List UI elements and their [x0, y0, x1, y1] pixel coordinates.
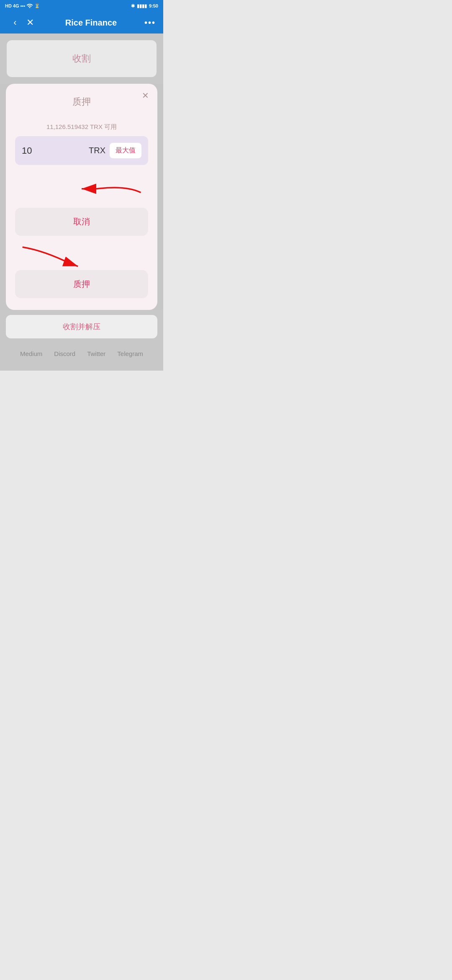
footer-telegram[interactable]: Telegram	[117, 350, 143, 357]
network-indicator: HD 4G	[5, 3, 19, 8]
status-left: HD 4G ▪▪▪ ⏳	[5, 3, 40, 9]
status-right: ✱ ▮▮▮▮ 9:50	[131, 3, 158, 9]
harvest-decompress-card[interactable]: 收割并解压	[6, 315, 157, 338]
currency-label: TRX	[89, 146, 105, 155]
hourglass-icon: ⏳	[34, 3, 40, 9]
page-title: Rice Finance	[38, 18, 144, 28]
more-button[interactable]: •••	[144, 18, 156, 28]
harvest-decompress-text: 收割并解压	[63, 322, 100, 332]
pledge-modal: ✕ 质押 11,126.519432 TRX 可用 10 TRX 最大值 取消	[6, 84, 157, 310]
amount-input-container: 10 TRX 最大值	[15, 136, 148, 165]
footer-links: Medium Discord Twitter Telegram	[20, 347, 143, 366]
footer-twitter[interactable]: Twitter	[87, 350, 105, 357]
status-bar: HD 4G ▪▪▪ ⏳ ✱ ▮▮▮▮ 9:50	[0, 0, 163, 12]
pledge-button[interactable]: 质押	[15, 270, 148, 298]
app-header: ‹ ✕ Rice Finance •••	[0, 12, 163, 34]
modal-overlay: ✕ 质押 11,126.519432 TRX 可用 10 TRX 最大值 取消	[0, 84, 163, 371]
modal-title: 质押	[15, 95, 148, 108]
harvest-bg-card: 收割	[7, 40, 157, 77]
battery-icon: ▮▮▮▮	[137, 3, 147, 9]
bottom-content: 收割并解压 Medium Discord Twitter Telegram	[0, 310, 163, 371]
available-balance: 11,126.519432 TRX 可用	[15, 123, 148, 131]
time-display: 9:50	[149, 3, 158, 8]
modal-close-button[interactable]: ✕	[142, 90, 149, 101]
arrow-annotation-2	[15, 242, 148, 271]
harvest-bg-text: 收割	[72, 52, 91, 65]
cancel-button[interactable]: 取消	[15, 208, 148, 236]
close-button[interactable]: ✕	[23, 17, 38, 28]
back-button[interactable]: ‹	[8, 17, 23, 28]
amount-input[interactable]: 10	[22, 145, 89, 156]
footer-discord[interactable]: Discord	[54, 350, 75, 357]
bluetooth-icon: ✱	[131, 3, 135, 9]
arrow-annotation-1	[15, 168, 148, 202]
wifi-icon	[26, 3, 33, 9]
background-content: 收割	[0, 34, 163, 84]
max-value-button[interactable]: 最大值	[110, 143, 141, 158]
footer-medium[interactable]: Medium	[20, 350, 42, 357]
signal-icon: ▪▪▪	[21, 3, 26, 8]
